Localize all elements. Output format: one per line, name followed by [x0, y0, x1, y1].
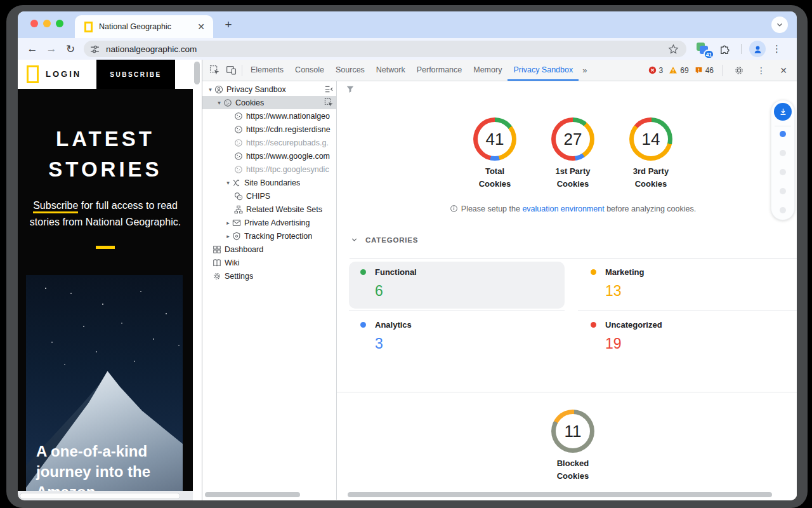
category-analytics[interactable]: Analytics 3	[360, 320, 412, 352]
chips-icon	[234, 192, 243, 201]
devtools-settings-icon[interactable]	[731, 62, 747, 79]
third-party-cookies-donut: 14 3rd PartyCookies	[613, 117, 689, 190]
tab-network[interactable]: Network	[370, 60, 411, 81]
tree-item-privacy-sandbox[interactable]: ▾ Privacy Sandbox	[202, 83, 336, 96]
extensions-puzzle-icon[interactable]	[717, 43, 733, 55]
inspect-frames-icon[interactable]	[324, 98, 334, 107]
devtools-menu-icon[interactable]: ⋮	[753, 62, 769, 79]
warning-badge[interactable]: 69	[669, 66, 688, 75]
tree-item-tracking-protection[interactable]: ▸ Tracking Protection	[202, 229, 336, 243]
category-functional[interactable]: Functional 6	[360, 267, 417, 300]
collapsed-arrow-icon[interactable]: ▸	[224, 233, 232, 239]
nav-dot[interactable]	[780, 207, 786, 213]
tab-search-button[interactable]	[771, 17, 788, 33]
natgeo-logo[interactable]	[27, 65, 39, 83]
traffic-light-minimize[interactable]	[43, 20, 51, 27]
tab-performance[interactable]: Performance	[411, 60, 468, 81]
uncategorized-dot-icon	[591, 322, 596, 328]
evaluation-environment-link[interactable]: evaluation environment	[522, 204, 604, 213]
new-tab-button[interactable]: +	[221, 17, 236, 32]
download-report-button[interactable]	[774, 103, 792, 121]
tree-item-private-advertising[interactable]: ▸ Private Advertising	[202, 216, 336, 229]
cookie-icon	[234, 125, 243, 134]
natgeo-favicon	[84, 22, 93, 32]
back-button[interactable]: ←	[23, 43, 42, 55]
tab-memory[interactable]: Memory	[468, 60, 508, 81]
subscribe-link[interactable]: Subscribe	[33, 200, 78, 213]
tab-sources[interactable]: Sources	[330, 60, 370, 81]
tree-item-url-securepubads[interactable]: https://securepubads.g.	[202, 136, 336, 149]
more-tabs-icon[interactable]: »	[579, 65, 591, 75]
tree-item-cookies[interactable]: ▾ Cookies	[202, 96, 336, 109]
tab-elements[interactable]: Elements	[245, 60, 289, 81]
private-advertising-icon	[232, 218, 241, 227]
site-vertical-scrollbar[interactable]	[193, 60, 202, 500]
nav-dot[interactable]	[780, 188, 786, 194]
cookie-icon	[223, 98, 232, 107]
reload-button[interactable]: ↻	[61, 43, 80, 56]
collapsed-arrow-icon[interactable]: ▸	[224, 220, 232, 226]
site-header: LOGIN SUBSCRIBE	[18, 60, 193, 89]
tree-horizontal-scrollbar-thumb[interactable]	[205, 492, 300, 497]
tree-item-chips[interactable]: CHIPS	[202, 189, 336, 203]
profile-avatar[interactable]	[749, 41, 766, 57]
site-horizontal-scrollbar-thumb[interactable]	[20, 493, 180, 499]
expand-arrow-icon[interactable]: ▾	[206, 86, 214, 93]
devtools-close-icon[interactable]: ✕	[775, 62, 792, 79]
inspect-element-icon[interactable]	[206, 62, 223, 79]
tree-item-url-registerdisney[interactable]: https://cdn.registerdisne	[202, 123, 336, 136]
browser-menu-icon[interactable]: ⋮	[772, 43, 782, 55]
tab-privacy-sandbox[interactable]: Privacy Sandbox	[508, 60, 579, 81]
error-icon	[648, 66, 657, 74]
expand-arrow-icon[interactable]: ▾	[215, 100, 223, 106]
site-info-icon[interactable]	[89, 44, 100, 55]
devtools-body: ▾ Privacy Sandbox ▾ Cookies https://www.…	[202, 81, 797, 500]
traffic-light-close[interactable]	[30, 20, 38, 27]
categories-header[interactable]: CATEGORIES	[350, 236, 418, 244]
nav-dot[interactable]	[780, 150, 786, 156]
total-cookies-donut: 41 TotalCookies	[457, 117, 533, 190]
device-toolbar-icon[interactable]	[223, 62, 239, 79]
issues-badge[interactable]: 46	[695, 66, 714, 75]
expand-arrow-icon[interactable]: ▾	[224, 180, 232, 186]
hero-subtitle: Subscribe for full access to read storie…	[25, 197, 186, 231]
tree-item-wiki[interactable]: Wiki	[202, 256, 336, 269]
forward-button[interactable]: →	[42, 43, 61, 55]
tree-item-dashboard[interactable]: Dashboard	[202, 243, 336, 256]
tabbar-divider	[722, 65, 723, 76]
tracking-protection-icon	[232, 232, 241, 241]
browser-tab[interactable]: National Geographic ✕	[75, 15, 213, 38]
tree-item-site-boundaries[interactable]: ▾ Site Boundaries	[202, 176, 336, 189]
tree-item-url-googlesyndication[interactable]: https://tpc.googlesyndic	[202, 163, 336, 176]
extension-icon[interactable]: 41	[695, 41, 710, 57]
traffic-light-maximize[interactable]	[56, 20, 63, 27]
category-uncategorized[interactable]: Uncategorized 19	[591, 320, 662, 352]
collapse-sidebar-icon[interactable]	[324, 84, 334, 94]
tab-close-icon[interactable]: ✕	[195, 22, 207, 32]
privacy-sandbox-icon	[214, 85, 223, 94]
error-badge[interactable]: 3	[648, 66, 664, 75]
panel-horizontal-scrollbar-thumb[interactable]	[348, 492, 772, 497]
info-icon	[450, 204, 458, 213]
filter-funnel-icon[interactable]	[346, 85, 355, 94]
site-horizontal-scrollbar[interactable]	[18, 491, 193, 500]
toolbar-divider	[741, 44, 742, 54]
tree-item-settings[interactable]: Settings	[202, 269, 336, 283]
site-vertical-scrollbar-thumb[interactable]	[194, 62, 200, 84]
cookies-landing-panel: 41 TotalCookies 27 1st PartyCookies 14	[337, 81, 797, 500]
nav-dot-active[interactable]	[780, 131, 786, 137]
nav-dot[interactable]	[780, 169, 786, 175]
tree-item-url-google[interactable]: https://www.google.com	[202, 149, 336, 163]
tree-item-url-nationalgeographic[interactable]: https://www.nationalgeo	[202, 109, 336, 123]
story-card[interactable]: A one-of-a-kind journey into the Amazon	[26, 275, 183, 500]
dashboard-icon	[213, 245, 221, 254]
tree-item-related-website-sets[interactable]: Related Website Sets	[202, 203, 336, 216]
login-link[interactable]: LOGIN	[46, 60, 81, 89]
bookmark-star-icon[interactable]	[668, 44, 679, 55]
subscribe-button[interactable]: SUBSCRIBE	[96, 60, 175, 89]
donut-chart: 11	[551, 410, 594, 453]
page-area: LOGIN SUBSCRIBE LATESTSTORIES Subscribe …	[18, 60, 797, 500]
url-bar[interactable]: nationalgeographic.com	[84, 41, 686, 57]
category-marketing[interactable]: Marketing 13	[591, 267, 644, 300]
tab-console[interactable]: Console	[289, 60, 330, 81]
